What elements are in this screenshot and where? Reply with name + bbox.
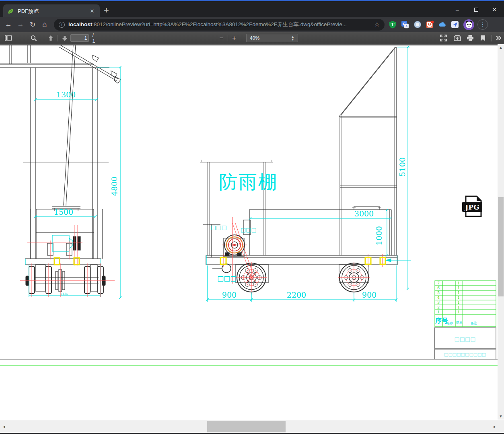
title-block-header-qty: 数量: [456, 321, 463, 324]
side-view: [200, 47, 397, 282]
title-block-drawing-name: □□□□: [455, 336, 476, 342]
browser-toolbar: ← → ↻ ⌂ i localhost:8012/onlinePreview?u…: [0, 17, 504, 32]
forward-icon[interactable]: →: [14, 21, 27, 29]
scroll-up-icon[interactable]: ▲: [498, 45, 504, 49]
bookmark-star-icon[interactable]: ☆: [374, 21, 380, 28]
svg-text:2: 2: [437, 305, 440, 309]
zoom-out-button[interactable]: −: [216, 34, 226, 42]
address-bar[interactable]: i localhost:8012/onlinePreview?url=http%…: [54, 19, 385, 31]
vertical-scrollbar[interactable]: ▲ ▼: [498, 44, 504, 420]
tools-menu-icon[interactable]: [493, 35, 504, 41]
window-close-button[interactable]: ✕: [488, 5, 500, 14]
new-tab-button[interactable]: +: [104, 6, 109, 15]
home-icon[interactable]: ⌂: [39, 20, 51, 29]
back-icon[interactable]: ←: [2, 21, 14, 29]
zoom-in-button[interactable]: +: [229, 34, 239, 42]
org-extension-icon[interactable]: [426, 21, 434, 29]
title-block-drawing-code: □□□□□□□□□□: [444, 352, 486, 357]
jpg-file-icon: JPG: [462, 196, 482, 216]
tab-strip: PDF预览 ✕ + – ✕: [0, 1, 504, 17]
svg-text:1: 1: [437, 310, 440, 314]
page-count-label: / 1: [92, 33, 97, 44]
presentation-mode-icon[interactable]: [438, 35, 449, 41]
svg-text:3: 3: [437, 300, 440, 304]
tab-title: PDF预览: [18, 8, 88, 15]
front-view: [0, 45, 121, 294]
sidebar-toggle-icon[interactable]: [2, 35, 14, 41]
small-cad-text-a: □□□: [211, 224, 227, 230]
svg-text:T: T: [391, 22, 395, 27]
bookmark-view-icon[interactable]: [477, 35, 489, 41]
scroll-left-icon[interactable]: ◄: [1, 425, 7, 429]
find-next-icon[interactable]: [59, 35, 70, 41]
dim-3000: 3000: [354, 209, 374, 218]
dim-900-right: 900: [362, 290, 376, 299]
svg-text:1: 1: [457, 281, 460, 285]
jpg-label: JPG: [464, 203, 479, 211]
tab-close-icon[interactable]: ✕: [88, 8, 96, 15]
pdf-page-canvas[interactable]: 1300 4800 1500 1435: [0, 44, 498, 420]
dim-1500: 1500: [54, 208, 73, 216]
ring-extension-icon[interactable]: [413, 21, 422, 29]
tampermonkey-extension-icon[interactable]: T: [389, 21, 397, 29]
vertical-scrollbar-thumb[interactable]: [498, 197, 504, 296]
label-rain-shelter: 防雨棚: [219, 171, 278, 193]
svg-text:A: A: [405, 24, 408, 28]
page-info-icon[interactable]: i: [59, 22, 65, 28]
svg-text:7: 7: [437, 281, 440, 285]
dim-5100: 5100: [398, 157, 407, 177]
side-view-clamps: [220, 257, 385, 264]
svg-text:6: 6: [437, 286, 440, 290]
title-block-header-name: 名称: [446, 321, 453, 325]
dim-4800: 4800: [110, 177, 119, 196]
profile-avatar[interactable]: [463, 19, 474, 30]
browser-menu-icon[interactable]: ⋮: [477, 19, 488, 30]
svg-text:4: 4: [437, 296, 440, 300]
svg-text:1: 1: [457, 305, 460, 309]
svg-text:1: 1: [457, 286, 460, 290]
cad-drawing: 1300 4800 1500 1435: [0, 44, 498, 420]
small-cad-text-b: □□□: [241, 226, 257, 233]
svg-text:1: 1: [457, 310, 460, 314]
url-text[interactable]: localhost:8012/onlinePreview?url=http%3A…: [68, 21, 372, 28]
zoom-level-select[interactable]: 40% ▲▼: [246, 34, 298, 42]
page-number-input[interactable]: [70, 34, 89, 42]
window-minimize-button[interactable]: –: [451, 5, 463, 14]
svg-text:5: 5: [437, 291, 440, 295]
title-block-rows: 71 61 51 41 31 21 11: [437, 281, 460, 314]
title-block-header-remark: 备注: [471, 321, 477, 325]
print-icon[interactable]: [465, 35, 476, 41]
spring-leaf-favicon: [7, 8, 14, 15]
translate-extension-icon[interactable]: G A: [401, 21, 409, 29]
dim-1000: 1000: [374, 226, 383, 245]
cloud-extension-icon[interactable]: [438, 21, 446, 29]
svg-text:1: 1: [457, 296, 460, 300]
reload-icon[interactable]: ↻: [27, 21, 39, 29]
bird-extension-icon[interactable]: [451, 21, 459, 29]
horizontal-scrollbar-thumb[interactable]: [207, 421, 286, 432]
dim-900-left: 900: [222, 290, 237, 299]
tab-pdf-preview[interactable]: PDF预览 ✕: [3, 4, 100, 18]
window-maximize-button[interactable]: [470, 5, 482, 14]
dim-2200: 2200: [287, 290, 306, 299]
toolbar-separator: [460, 21, 460, 28]
dim-gauge: 1435: [61, 292, 68, 296]
zoom-level-value: 40%: [250, 35, 259, 41]
zoom-caret-icon: ▲▼: [291, 35, 294, 41]
search-icon[interactable]: [28, 35, 39, 41]
dim-1300: 1300: [56, 90, 76, 99]
scroll-down-icon[interactable]: ▼: [498, 414, 504, 418]
url-host: localhost: [68, 21, 92, 27]
pdf-toolbar: / 1 − + 40% ▲▼: [0, 32, 504, 44]
extensions-row: T G A: [389, 21, 459, 29]
url-path: :8012/onlinePreview?url=http%3A%2F%2Floc…: [92, 21, 347, 27]
svg-text:1: 1: [457, 291, 460, 295]
svg-text:1: 1: [457, 300, 460, 304]
scroll-right-icon[interactable]: ►: [492, 425, 498, 429]
open-file-icon[interactable]: [452, 35, 463, 41]
horizontal-scrollbar[interactable]: ◄ ►: [0, 420, 504, 433]
find-previous-icon[interactable]: [45, 35, 56, 41]
small-cad-text-c: □□□: [217, 274, 237, 282]
panda-avatar-icon: [465, 21, 473, 29]
